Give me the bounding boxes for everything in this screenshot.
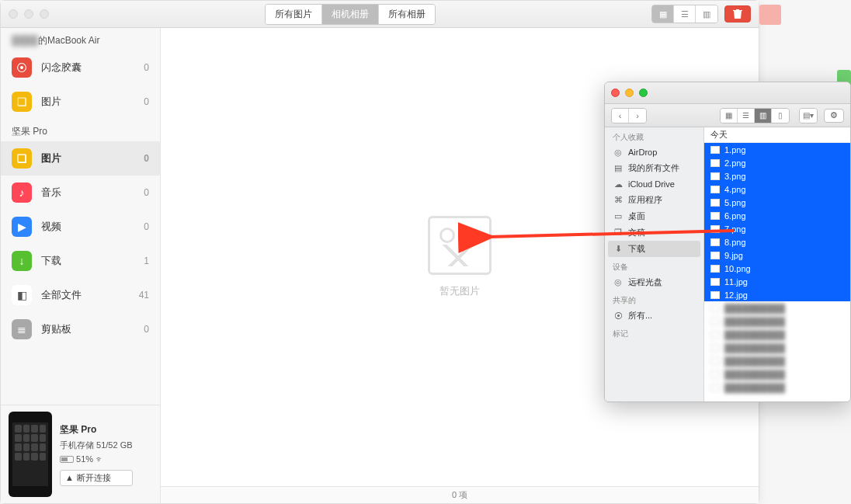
finder-arrange-button[interactable]: ▤▾ — [800, 109, 817, 123]
finder-file-row[interactable]: 9.jpg — [704, 249, 850, 262]
finder-sidebar-fav-5[interactable]: ❐文稿 — [605, 224, 703, 241]
finder-sidebar: 个人收藏 ◎AirDrop▤我的所有文件☁iCloud Drive⌘应用程序▭桌… — [605, 127, 704, 401]
finder-view-group: ▦ ☰ ▥ ▯ — [720, 108, 790, 123]
finder-file-row[interactable]: 2.png — [704, 156, 850, 169]
sidebar-item-count: 0 — [144, 187, 149, 198]
sidebar-item-dev-0[interactable]: ❏图片0 — [1, 141, 160, 176]
trash-icon — [733, 9, 742, 19]
finder-sidebar-label: 文稿 — [628, 227, 645, 238]
finder-minimize-dot[interactable] — [625, 89, 634, 97]
file-name: 8.png — [724, 238, 746, 247]
finder-file-row[interactable]: 12.jpg — [704, 288, 850, 301]
finder-file-row-blurred[interactable]: ██████████ — [704, 381, 850, 394]
view-grid-button[interactable]: ▦ — [652, 5, 674, 23]
file-icon — [710, 225, 720, 233]
finder-action-menu[interactable]: ⚙ — [824, 109, 844, 123]
disconnect-button[interactable]: ▲ 断开连接 — [60, 470, 133, 486]
finder-zoom-dot[interactable] — [639, 89, 648, 97]
finder-sidebar-fav-0[interactable]: ◎AirDrop — [605, 144, 703, 160]
view-detail-button[interactable]: ▥ — [696, 5, 717, 23]
file-name: 6.png — [724, 211, 746, 221]
sidebar-item-mac-0[interactable]: ⦿闪念胶囊0 — [1, 50, 160, 85]
finder-shared-head: 共享的 — [605, 290, 703, 308]
finder-file-row[interactable]: 1.png — [704, 143, 850, 156]
tab-all-photos[interactable]: 所有图片 — [266, 5, 322, 24]
sidebar-item-label: 图片 — [41, 95, 61, 109]
file-icon — [710, 370, 720, 378]
finder-file-row-blurred[interactable]: ██████████ — [704, 315, 850, 328]
finder-window-controls — [611, 89, 648, 97]
sidebar-item-count: 0 — [144, 221, 149, 232]
finder-sidebar-dev-0[interactable]: ◎远程光盘 — [605, 274, 703, 290]
finder-favorites-head: 个人收藏 — [605, 127, 703, 144]
finder-view-icon[interactable]: ▦ — [721, 109, 738, 123]
sidebar-item-dev-3[interactable]: ↓下载1 — [1, 244, 160, 278]
minimize-window-dot[interactable] — [24, 9, 33, 19]
file-name: 9.jpg — [724, 251, 743, 260]
sidebar-item-dev-4[interactable]: ◧全部文件41 — [1, 278, 160, 312]
finder-sidebar-fav-4[interactable]: ▭桌面 — [605, 208, 703, 224]
finder-arrange-group: ▤▾ — [799, 108, 818, 123]
finder-file-row-blurred[interactable]: ██████████ — [704, 354, 850, 367]
file-icon — [710, 252, 720, 259]
delete-button[interactable] — [724, 5, 751, 23]
finder-view-columns[interactable]: ▥ — [755, 109, 772, 123]
finder-close-dot[interactable] — [611, 89, 620, 97]
file-icon — [710, 304, 720, 312]
finder-file-row-blurred[interactable]: ██████████ — [704, 301, 850, 315]
sidebar-item-label: 下载 — [41, 254, 61, 268]
tab-all-albums[interactable]: 所有相册 — [379, 5, 435, 24]
sidebar-item-mac-1[interactable]: ❏图片0 — [1, 85, 160, 119]
finder-sidebar-fav-1[interactable]: ▤我的所有文件 — [605, 160, 703, 176]
file-icon — [710, 212, 720, 220]
finder-view-list[interactable]: ☰ — [738, 109, 755, 123]
finder-sidebar-fav-6[interactable]: ⬇下载 — [608, 241, 700, 257]
file-icon — [710, 384, 720, 391]
finder-list-header: 今天 — [704, 127, 850, 143]
finder-file-row-blurred[interactable]: ██████████ — [704, 367, 850, 381]
finder-view-gallery[interactable]: ▯ — [772, 109, 789, 123]
sidebar-item-dev-2[interactable]: ▶视频0 — [1, 210, 160, 244]
finder-sidebar-label: AirDrop — [628, 148, 657, 157]
status-bar: 0 项 — [161, 486, 759, 503]
finder-sidebar-sh-0[interactable]: ⦿所有... — [605, 308, 703, 324]
file-icon — [710, 186, 720, 193]
file-name-blurred: ██████████ — [724, 304, 785, 313]
sidebar: ████的MacBook Air ⦿闪念胶囊0❏图片0 坚果 Pro ❏图片0♪… — [1, 28, 161, 503]
finder-forward-button[interactable]: › — [629, 109, 646, 123]
file-name-blurred: ██████████ — [724, 317, 785, 326]
view-list-button[interactable]: ☰ — [674, 5, 696, 23]
file-icon — [710, 265, 720, 273]
finder-back-button[interactable]: ‹ — [612, 109, 629, 123]
sidebar-icon: ⦿ — [12, 57, 32, 78]
zoom-window-dot[interactable] — [40, 9, 49, 19]
view-mode-group: ▦ ☰ ▥ — [651, 5, 718, 23]
sidebar-icon: ▶ — [12, 217, 32, 237]
device-storage: 手机存储 51/52 GB — [60, 440, 133, 451]
finder-sidebar-fav-3[interactable]: ⌘应用程序 — [605, 192, 703, 208]
finder-file-row[interactable]: 10.png — [704, 262, 850, 275]
finder-toolbar: ‹ › ▦ ☰ ▥ ▯ ▤▾ ⚙ — [605, 104, 850, 127]
sidebar-item-dev-1[interactable]: ♪音乐0 — [1, 176, 160, 210]
finder-file-row-blurred[interactable]: ██████████ — [704, 328, 850, 341]
finder-file-row[interactable]: 7.png — [704, 222, 850, 235]
close-window-dot[interactable] — [9, 9, 18, 19]
sidebar-item-count: 1 — [144, 255, 149, 266]
finder-file-row[interactable]: 11.jpg — [704, 275, 850, 288]
finder-window: ‹ › ▦ ☰ ▥ ▯ ▤▾ ⚙ 个人收藏 ◎AirDrop▤我的所有文件☁iC… — [604, 82, 851, 402]
finder-file-row-blurred[interactable]: ██████████ — [704, 341, 850, 354]
finder-file-row[interactable]: 3.png — [704, 169, 850, 182]
file-icon — [710, 172, 720, 180]
file-name-blurred: ██████████ — [724, 330, 785, 339]
tab-camera-album[interactable]: 相机相册 — [322, 5, 379, 24]
battery-icon — [60, 456, 74, 463]
finder-sidebar-icon: ⬇ — [613, 244, 623, 255]
sidebar-item-dev-5[interactable]: ≣剪贴板0 — [1, 312, 160, 346]
finder-file-row[interactable]: 4.png — [704, 182, 850, 196]
finder-file-row[interactable]: 5.png — [704, 196, 850, 209]
finder-file-row[interactable]: 6.png — [704, 209, 850, 222]
finder-sidebar-fav-2[interactable]: ☁iCloud Drive — [605, 176, 703, 192]
file-name: 10.png — [724, 264, 751, 273]
finder-devices-head: 设备 — [605, 257, 703, 274]
finder-file-row[interactable]: 8.png — [704, 235, 850, 249]
